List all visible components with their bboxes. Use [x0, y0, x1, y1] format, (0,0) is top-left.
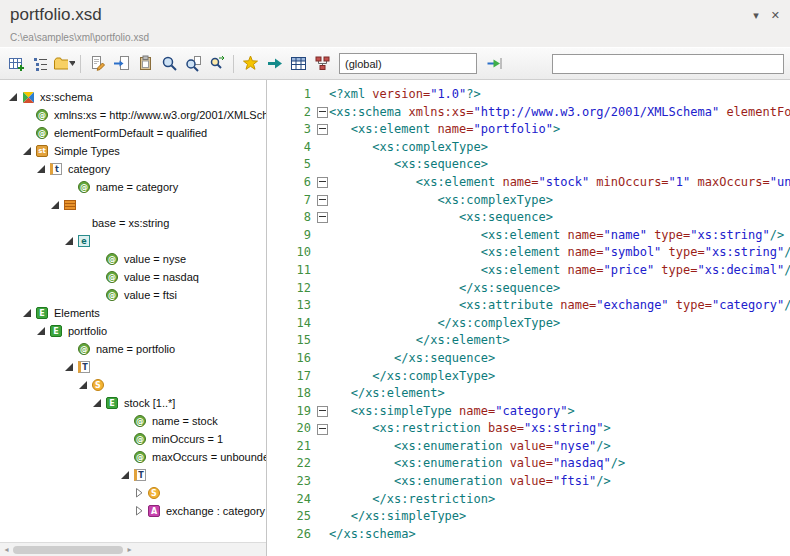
forward-icon[interactable]: [263, 52, 285, 76]
code-line[interactable]: 21 <xs:enumeration value="nyse"/>: [267, 438, 790, 456]
code-line[interactable]: 25 </xs:simpleType>: [267, 508, 790, 526]
goto-document-icon[interactable]: [110, 52, 132, 76]
tree-row[interactable]: Aexchange : category: [0, 502, 266, 520]
code-line[interactable]: 3 <xs:element name="portfolio">: [267, 121, 790, 139]
code-line[interactable]: 9 <xs:element name="name" type="xs:strin…: [267, 227, 790, 245]
tree-list-icon[interactable]: [29, 52, 51, 76]
xml-source-editor[interactable]: 1<?xml version="1.0"?>2<xs:schema xmlns:…: [267, 80, 790, 556]
fold-toggle-icon[interactable]: [315, 174, 329, 192]
tree-row[interactable]: tcategory: [0, 160, 266, 178]
code-line[interactable]: 8 <xs:sequence>: [267, 209, 790, 227]
scroll-left-arrow-icon[interactable]: ◂: [0, 545, 13, 554]
code-line[interactable]: 16 </xs:sequence>: [267, 350, 790, 368]
find-replace-icon[interactable]: [206, 52, 228, 76]
fold-toggle-icon[interactable]: [315, 121, 329, 139]
tree-row[interactable]: @value = nyse: [0, 250, 266, 268]
tree-row[interactable]: @value = ftsi: [0, 286, 266, 304]
close-icon[interactable]: ✕: [771, 9, 780, 22]
expand-open-arrow-icon[interactable]: [22, 308, 36, 318]
scrollbar-thumb[interactable]: [13, 546, 123, 554]
code-line[interactable]: 11 <xs:element name="price" type="xs:dec…: [267, 262, 790, 280]
code-line[interactable]: 10 <xs:element name="symbol" type="xs:st…: [267, 244, 790, 262]
expand-open-arrow-icon[interactable]: [36, 326, 50, 336]
scope-combo[interactable]: (global): [339, 53, 477, 74]
tree-row[interactable]: [0, 196, 266, 214]
fold-toggle-icon[interactable]: [315, 192, 329, 210]
fold-spacer: [315, 244, 329, 262]
code-line[interactable]: 24 </xs:restriction>: [267, 491, 790, 509]
code-line[interactable]: 6 <xs:element name="stock" minOccurs="1"…: [267, 174, 790, 192]
code-line[interactable]: 5 <xs:sequence>: [267, 156, 790, 174]
line-number: 10: [267, 244, 315, 262]
code-line[interactable]: 2<xs:schema xmlns:xs="http://www.w3.org/…: [267, 104, 790, 122]
tree-row[interactable]: S: [0, 376, 266, 394]
tree-row[interactable]: @minOccurs = 1: [0, 430, 266, 448]
schema-grid-icon[interactable]: [311, 52, 333, 76]
expand-open-arrow-icon[interactable]: [78, 380, 92, 390]
code-line[interactable]: 15 </xs:element>: [267, 332, 790, 350]
code-line[interactable]: 1<?xml version="1.0"?>: [267, 86, 790, 104]
code-line[interactable]: 23 <xs:enumeration value="ftsi"/>: [267, 473, 790, 491]
fold-toggle-icon[interactable]: [315, 420, 329, 438]
expand-open-arrow-icon[interactable]: [92, 398, 106, 408]
code-line[interactable]: 14 </xs:complexType>: [267, 315, 790, 333]
expand-open-arrow-icon[interactable]: [36, 164, 50, 174]
new-grid-icon[interactable]: [5, 52, 27, 76]
scroll-right-arrow-icon[interactable]: ▸: [123, 545, 136, 554]
tree-row[interactable]: @name = stock: [0, 412, 266, 430]
search-input[interactable]: [552, 54, 784, 74]
code-line[interactable]: 4 <xs:complexType>: [267, 139, 790, 157]
clipboard-icon[interactable]: [134, 52, 156, 76]
code-line[interactable]: 7 <xs:complexType>: [267, 192, 790, 210]
tree-row[interactable]: Estock [1..*]: [0, 394, 266, 412]
expand-open-arrow-icon[interactable]: [22, 146, 36, 156]
fold-toggle-icon[interactable]: [315, 403, 329, 421]
tree-row[interactable]: @maxOccurs = unbounded: [0, 448, 266, 466]
tree-row[interactable]: @value = nasdaq: [0, 268, 266, 286]
expand-closed-arrow-icon[interactable]: [134, 488, 148, 498]
code-line[interactable]: 12 </xs:sequence>: [267, 280, 790, 298]
code-text: <xs:complexType>: [329, 192, 553, 210]
tree-row[interactable]: S: [0, 484, 266, 502]
tree-row[interactable]: T: [0, 466, 266, 484]
code-text: <xs:restriction base="xs:string">: [329, 420, 611, 438]
table-view-icon[interactable]: [287, 52, 309, 76]
line-number: 7: [267, 192, 315, 210]
tree-row[interactable]: e: [0, 232, 266, 250]
expand-closed-arrow-icon[interactable]: [134, 506, 148, 516]
code-line[interactable]: 17 </xs:complexType>: [267, 368, 790, 386]
chevron-down-icon[interactable]: ▾: [753, 9, 759, 22]
find-icon[interactable]: [158, 52, 180, 76]
tree-row[interactable]: base = xs:string: [0, 214, 266, 232]
expand-open-arrow-icon[interactable]: [8, 92, 22, 102]
fold-toggle-icon[interactable]: [315, 104, 329, 122]
expand-open-arrow-icon[interactable]: [64, 236, 78, 246]
attribute-icon: @: [36, 109, 54, 121]
tree-row[interactable]: @elementFormDefault = qualified: [0, 124, 266, 142]
code-line[interactable]: 26</xs:schema>: [267, 526, 790, 544]
tree-row[interactable]: @name = category: [0, 178, 266, 196]
tree-row[interactable]: @name = portfolio: [0, 340, 266, 358]
tree-row[interactable]: xs:schema: [0, 88, 266, 106]
code-line[interactable]: 18 </xs:element>: [267, 385, 790, 403]
tree-row[interactable]: stSimple Types: [0, 142, 266, 160]
element-icon: E: [50, 325, 68, 337]
wizard-icon[interactable]: [239, 52, 261, 76]
edit-document-icon[interactable]: [86, 52, 108, 76]
tree-row[interactable]: Eportfolio: [0, 322, 266, 340]
apply-scope-icon[interactable]: [483, 52, 505, 76]
expand-open-arrow-icon[interactable]: [50, 200, 64, 210]
code-line[interactable]: 19 <xs:simpleType name="category">: [267, 403, 790, 421]
open-file-icon[interactable]: [53, 52, 75, 76]
tree-row[interactable]: T: [0, 358, 266, 376]
code-line[interactable]: 13 <xs:attribute name="exchange" type="c…: [267, 297, 790, 315]
find-files-icon[interactable]: [182, 52, 204, 76]
tree-row[interactable]: @xmlns:xs = http://www.w3.org/2001/XMLSc…: [0, 106, 266, 124]
tree-horizontal-scrollbar[interactable]: ◂ ▸: [0, 542, 266, 556]
code-line[interactable]: 20 <xs:restriction base="xs:string">: [267, 420, 790, 438]
expand-open-arrow-icon[interactable]: [64, 362, 78, 372]
fold-toggle-icon[interactable]: [315, 209, 329, 227]
tree-row[interactable]: EElements: [0, 304, 266, 322]
code-line[interactable]: 22 <xs:enumeration value="nasdaq"/>: [267, 455, 790, 473]
expand-open-arrow-icon[interactable]: [120, 470, 134, 480]
